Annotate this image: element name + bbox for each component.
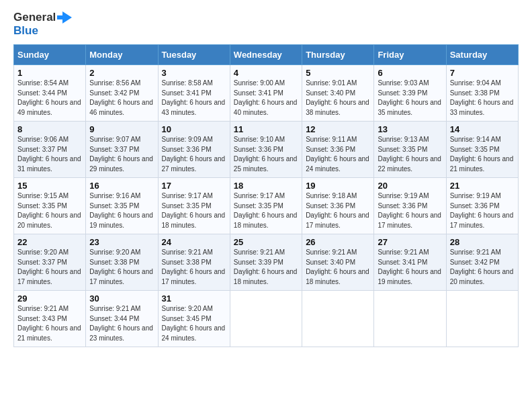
page: General Blue SundayMondayTuesdayWednesda… [0, 0, 532, 411]
cell-info: Sunrise: 9:19 AMSunset: 3:36 PMDaylight:… [378, 192, 441, 229]
cell-info: Sunrise: 9:21 AMSunset: 3:42 PMDaylight:… [450, 248, 514, 285]
day-number: 14 [450, 124, 515, 134]
cell-info: Sunrise: 8:54 AMSunset: 3:44 PMDaylight:… [17, 79, 81, 116]
cell-info: Sunrise: 9:21 AMSunset: 3:41 PMDaylight:… [378, 248, 441, 285]
cell-info: Sunrise: 9:01 AMSunset: 3:40 PMDaylight:… [306, 79, 369, 116]
day-number: 30 [89, 293, 154, 304]
day-number: 24 [162, 237, 226, 247]
calendar-cell [374, 291, 446, 347]
day-number: 1 [17, 68, 82, 78]
col-header-saturday: Saturday [446, 45, 518, 65]
header: General Blue [13, 11, 519, 38]
calendar-cell: 21Sunrise: 9:19 AMSunset: 3:36 PMDayligh… [446, 178, 518, 234]
cell-info: Sunrise: 9:21 AMSunset: 3:44 PMDaylight:… [89, 305, 153, 342]
calendar-cell: 8Sunrise: 9:06 AMSunset: 3:37 PMDaylight… [14, 122, 86, 178]
calendar-cell: 31Sunrise: 9:20 AMSunset: 3:45 PMDayligh… [158, 291, 230, 347]
col-header-friday: Friday [374, 45, 446, 65]
day-number: 7 [450, 68, 515, 78]
calendar-cell: 25Sunrise: 9:21 AMSunset: 3:39 PMDayligh… [230, 234, 302, 291]
svg-marker-0 [57, 11, 72, 24]
day-number: 23 [89, 237, 154, 247]
logo-blue: Blue [13, 24, 38, 38]
cell-info: Sunrise: 9:21 AMSunset: 3:40 PMDaylight:… [306, 248, 369, 285]
calendar-cell: 26Sunrise: 9:21 AMSunset: 3:40 PMDayligh… [302, 234, 374, 291]
calendar-cell: 15Sunrise: 9:15 AMSunset: 3:35 PMDayligh… [14, 178, 86, 234]
cell-info: Sunrise: 9:17 AMSunset: 3:35 PMDaylight:… [162, 192, 226, 229]
logo-general: General [13, 11, 56, 24]
calendar-cell [302, 291, 374, 347]
cell-info: Sunrise: 9:11 AMSunset: 3:36 PMDaylight:… [306, 136, 369, 173]
cell-info: Sunrise: 9:06 AMSunset: 3:37 PMDaylight:… [17, 136, 81, 173]
calendar-cell: 4Sunrise: 9:00 AMSunset: 3:41 PMDaylight… [230, 65, 302, 122]
day-number: 20 [378, 181, 442, 191]
col-header-tuesday: Tuesday [158, 45, 230, 65]
cell-info: Sunrise: 9:21 AMSunset: 3:43 PMDaylight:… [17, 305, 81, 342]
calendar-cell: 18Sunrise: 9:17 AMSunset: 3:35 PMDayligh… [230, 178, 302, 234]
calendar-cell: 19Sunrise: 9:18 AMSunset: 3:36 PMDayligh… [302, 178, 374, 234]
day-number: 8 [17, 124, 82, 134]
calendar-cell: 22Sunrise: 9:20 AMSunset: 3:37 PMDayligh… [14, 234, 86, 291]
calendar-cell: 16Sunrise: 9:16 AMSunset: 3:35 PMDayligh… [86, 178, 158, 234]
col-header-monday: Monday [86, 45, 158, 65]
cell-info: Sunrise: 9:20 AMSunset: 3:45 PMDaylight:… [162, 305, 226, 342]
day-number: 10 [162, 124, 226, 134]
cell-info: Sunrise: 9:19 AMSunset: 3:36 PMDaylight:… [450, 192, 514, 229]
day-number: 21 [450, 181, 515, 191]
day-number: 11 [234, 124, 298, 134]
day-number: 2 [89, 68, 154, 78]
calendar-cell: 28Sunrise: 9:21 AMSunset: 3:42 PMDayligh… [446, 234, 518, 291]
day-number: 26 [306, 237, 370, 247]
day-number: 22 [17, 237, 82, 247]
calendar-cell: 7Sunrise: 9:04 AMSunset: 3:38 PMDaylight… [446, 65, 518, 122]
day-number: 27 [378, 237, 442, 247]
cell-info: Sunrise: 9:20 AMSunset: 3:38 PMDaylight:… [89, 248, 153, 285]
cell-info: Sunrise: 9:17 AMSunset: 3:35 PMDaylight:… [234, 192, 298, 229]
day-number: 6 [378, 68, 442, 78]
calendar-cell: 9Sunrise: 9:07 AMSunset: 3:37 PMDaylight… [86, 122, 158, 178]
calendar-cell: 20Sunrise: 9:19 AMSunset: 3:36 PMDayligh… [374, 178, 446, 234]
cell-info: Sunrise: 9:14 AMSunset: 3:35 PMDaylight:… [450, 136, 514, 173]
day-number: 19 [306, 181, 370, 191]
cell-info: Sunrise: 9:09 AMSunset: 3:36 PMDaylight:… [162, 136, 226, 173]
calendar-cell [446, 291, 518, 347]
cell-info: Sunrise: 8:56 AMSunset: 3:42 PMDaylight:… [89, 79, 153, 116]
day-number: 13 [378, 124, 442, 134]
cell-info: Sunrise: 9:20 AMSunset: 3:37 PMDaylight:… [17, 248, 81, 285]
calendar-cell [230, 291, 302, 347]
cell-info: Sunrise: 9:18 AMSunset: 3:36 PMDaylight:… [306, 192, 369, 229]
day-number: 9 [89, 124, 154, 134]
day-number: 18 [234, 181, 298, 191]
cell-info: Sunrise: 9:21 AMSunset: 3:38 PMDaylight:… [162, 248, 226, 285]
calendar-cell: 30Sunrise: 9:21 AMSunset: 3:44 PMDayligh… [86, 291, 158, 347]
day-number: 5 [306, 68, 370, 78]
calendar-cell: 14Sunrise: 9:14 AMSunset: 3:35 PMDayligh… [446, 122, 518, 178]
day-number: 15 [17, 181, 82, 191]
calendar-cell: 12Sunrise: 9:11 AMSunset: 3:36 PMDayligh… [302, 122, 374, 178]
day-number: 28 [450, 237, 515, 247]
calendar-cell: 11Sunrise: 9:10 AMSunset: 3:36 PMDayligh… [230, 122, 302, 178]
day-number: 31 [162, 293, 226, 304]
cell-info: Sunrise: 9:04 AMSunset: 3:38 PMDaylight:… [450, 79, 514, 116]
calendar-cell: 29Sunrise: 9:21 AMSunset: 3:43 PMDayligh… [14, 291, 86, 347]
day-number: 12 [306, 124, 370, 134]
calendar-cell: 13Sunrise: 9:13 AMSunset: 3:35 PMDayligh… [374, 122, 446, 178]
cell-info: Sunrise: 8:58 AMSunset: 3:41 PMDaylight:… [162, 79, 226, 116]
day-number: 3 [162, 68, 226, 78]
day-number: 29 [17, 293, 82, 304]
calendar-cell: 3Sunrise: 8:58 AMSunset: 3:41 PMDaylight… [158, 65, 230, 122]
calendar-cell: 23Sunrise: 9:20 AMSunset: 3:38 PMDayligh… [86, 234, 158, 291]
calendar-cell: 5Sunrise: 9:01 AMSunset: 3:40 PMDaylight… [302, 65, 374, 122]
day-number: 17 [162, 181, 226, 191]
cell-info: Sunrise: 9:00 AMSunset: 3:41 PMDaylight:… [234, 79, 298, 116]
cell-info: Sunrise: 9:03 AMSunset: 3:39 PMDaylight:… [378, 79, 441, 116]
calendar-cell: 27Sunrise: 9:21 AMSunset: 3:41 PMDayligh… [374, 234, 446, 291]
col-header-wednesday: Wednesday [230, 45, 302, 65]
cell-info: Sunrise: 9:16 AMSunset: 3:35 PMDaylight:… [89, 192, 153, 229]
col-header-thursday: Thursday [302, 45, 374, 65]
calendar-cell: 2Sunrise: 8:56 AMSunset: 3:42 PMDaylight… [86, 65, 158, 122]
calendar-cell: 17Sunrise: 9:17 AMSunset: 3:35 PMDayligh… [158, 178, 230, 234]
cell-info: Sunrise: 9:13 AMSunset: 3:35 PMDaylight:… [378, 136, 441, 173]
calendar-cell: 24Sunrise: 9:21 AMSunset: 3:38 PMDayligh… [158, 234, 230, 291]
calendar-cell: 6Sunrise: 9:03 AMSunset: 3:39 PMDaylight… [374, 65, 446, 122]
day-number: 25 [234, 237, 298, 247]
